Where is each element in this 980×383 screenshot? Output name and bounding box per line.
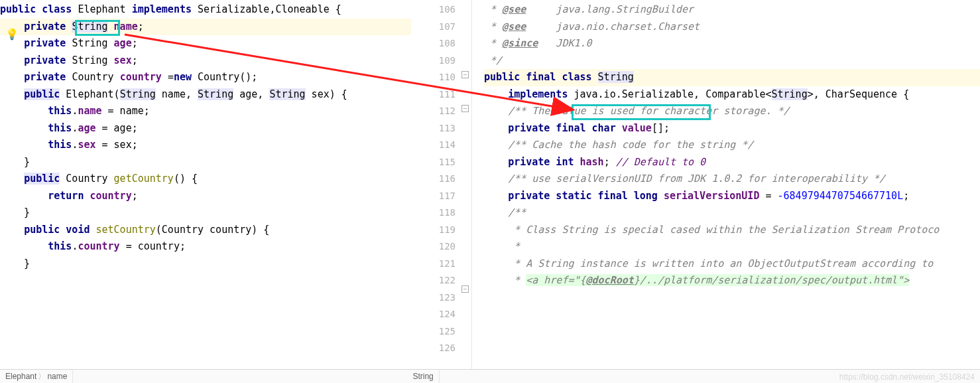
- code-line[interactable]: /**: [484, 204, 980, 222]
- line-number[interactable]: 114: [411, 137, 456, 154]
- code-line[interactable]: private static final long serialVersionU…: [484, 188, 980, 205]
- editor-split: 💡 public class Elephant implements Seria…: [0, 0, 980, 369]
- line-number[interactable]: 116: [411, 171, 456, 188]
- code-line[interactable]: return country;: [0, 188, 411, 205]
- code-line[interactable]: *: [484, 238, 980, 256]
- left-code-area[interactable]: public class Elephant implements Seriali…: [0, 0, 411, 272]
- line-number[interactable]: 108: [411, 35, 456, 52]
- code-line[interactable]: implements java.io.Serializable, Compara…: [484, 86, 980, 104]
- code-line[interactable]: public class Elephant implements Seriali…: [0, 1, 411, 19]
- breadcrumb-item[interactable]: Elephant 〉 name: [0, 370, 73, 383]
- code-line[interactable]: private String sex;: [0, 52, 411, 70]
- code-line[interactable]: public Elephant(String name, String age,…: [0, 86, 411, 104]
- fold-icon[interactable]: –: [461, 285, 469, 293]
- line-number[interactable]: 117: [411, 188, 456, 205]
- breadcrumb-item[interactable]: String: [407, 370, 439, 383]
- code-line[interactable]: * A String instance is written into an O…: [484, 256, 980, 273]
- line-number[interactable]: 111: [411, 86, 456, 104]
- line-number[interactable]: 113: [411, 120, 456, 137]
- code-line[interactable]: private Country country =new Country();: [0, 69, 411, 86]
- line-number[interactable]: 122: [411, 272, 456, 289]
- code-line[interactable]: */: [484, 52, 980, 70]
- code-line[interactable]: }: [0, 204, 411, 222]
- code-line[interactable]: * @see java.nio.charset.Charset: [484, 19, 980, 36]
- line-number[interactable]: 110: [411, 69, 456, 86]
- line-number[interactable]: 107: [411, 19, 456, 36]
- code-line[interactable]: private String age;: [0, 35, 411, 52]
- chevron-right-icon: 〉: [36, 371, 47, 382]
- code-line[interactable]: public Country getCountry() {: [0, 171, 411, 188]
- code-line[interactable]: this.country = country;: [0, 238, 411, 256]
- code-line[interactable]: * @see java.lang.StringBuilder: [484, 1, 980, 19]
- line-gutter[interactable]: – – – 1061071081091101111121131141151161…: [411, 0, 472, 369]
- breadcrumb-bar: Elephant 〉 name String: [0, 369, 980, 383]
- line-number[interactable]: 109: [411, 52, 456, 70]
- fold-icon[interactable]: –: [461, 105, 469, 112]
- code-line[interactable]: private int hash; // Default to 0: [484, 154, 980, 171]
- watermark: https://blog.csdn.net/weixin_35108424: [839, 372, 975, 382]
- line-number[interactable]: 119: [411, 222, 456, 239]
- code-line[interactable]: }: [0, 154, 411, 171]
- line-number[interactable]: 118: [411, 204, 456, 222]
- line-number[interactable]: 126: [411, 340, 456, 357]
- code-line[interactable]: * <a href="{@docRoot}/../platform/serial…: [484, 272, 980, 289]
- line-number[interactable]: 121: [411, 256, 456, 273]
- code-line[interactable]: private final char value[];: [484, 120, 980, 137]
- line-number[interactable]: 115: [411, 154, 456, 171]
- code-line[interactable]: }: [0, 256, 411, 273]
- code-line[interactable]: * Class String is special cased within t…: [484, 222, 980, 239]
- code-line[interactable]: this.name = name;: [0, 103, 411, 120]
- code-line[interactable]: private String name;: [0, 19, 411, 36]
- breadcrumb-label: String: [412, 372, 433, 381]
- code-line[interactable]: /** use serialVersionUID from JDK 1.0.2 …: [484, 171, 980, 188]
- right-code-area[interactable]: * @see java.lang.StringBuilder * @see ja…: [472, 0, 980, 369]
- code-line[interactable]: * @since JDK1.0: [484, 35, 980, 52]
- breadcrumb-label: name: [47, 372, 67, 381]
- right-editor[interactable]: – – – 1061071081091101111121131141151161…: [411, 0, 980, 369]
- line-number[interactable]: 123: [411, 289, 456, 307]
- code-line[interactable]: /** The value is used for character stor…: [484, 103, 980, 120]
- line-number[interactable]: 125: [411, 323, 456, 341]
- line-number[interactable]: 106: [411, 1, 456, 19]
- breadcrumb-label: Elephant: [5, 372, 36, 381]
- code-line[interactable]: this.sex = sex;: [0, 137, 411, 154]
- fold-icon[interactable]: –: [461, 71, 469, 78]
- intention-bulb-icon[interactable]: 💡: [5, 28, 16, 38]
- line-number[interactable]: 124: [411, 306, 456, 323]
- code-line[interactable]: this.age = age;: [0, 120, 411, 137]
- line-number[interactable]: 112: [411, 103, 456, 120]
- code-line[interactable]: public void setCountry(Country country) …: [0, 222, 411, 239]
- code-line[interactable]: public final class String: [484, 69, 980, 86]
- left-editor[interactable]: 💡 public class Elephant implements Seria…: [0, 0, 411, 369]
- code-line[interactable]: /** Cache the hash code for the string *…: [484, 137, 980, 154]
- line-number[interactable]: 120: [411, 238, 456, 256]
